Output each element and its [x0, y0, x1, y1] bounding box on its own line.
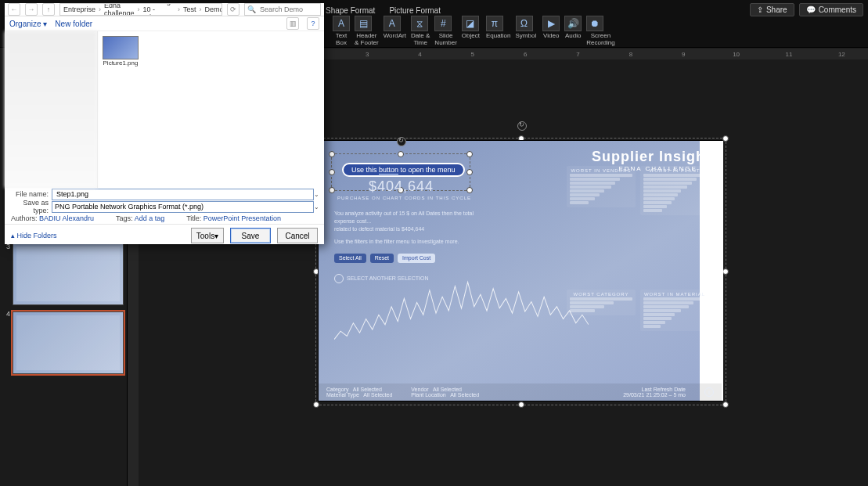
file-list[interactable]: Picture1.png — [98, 31, 324, 188]
pill-reset: Reset — [370, 254, 394, 263]
ribbon-group-symbols: πEquation ΩSymbol Symbols — [486, 16, 536, 46]
header-footer-icon[interactable]: ▤ — [355, 16, 372, 31]
nav-back-icon[interactable]: ← — [8, 3, 20, 16]
resize-handle[interactable] — [466, 151, 473, 157]
search-input[interactable]: 🔍 — [244, 3, 321, 16]
resize-handle[interactable] — [518, 401, 524, 408]
organize-menu[interactable]: Organize ▾ — [9, 20, 47, 28]
breadcrumb[interactable]: 01 - Entreprise DNA› Edna challenge› Cha… — [59, 3, 222, 16]
refresh-icon[interactable]: ⟳ — [227, 3, 240, 16]
rotate-handle-icon[interactable] — [397, 137, 406, 146]
nav-fwd-icon[interactable]: → — [25, 3, 38, 16]
title-label: Title: — [186, 214, 201, 222]
resize-handle[interactable] — [329, 169, 335, 175]
resize-handle[interactable] — [329, 151, 335, 157]
callout-bubble: Use this button to open the menu — [342, 163, 465, 177]
datetime-icon[interactable]: ⧖ — [411, 16, 428, 31]
video-icon[interactable]: ▶ — [542, 16, 560, 31]
tab-shape-format[interactable]: Shape Format — [324, 5, 376, 16]
resize-handle[interactable] — [722, 401, 729, 408]
slidenumber-icon[interactable]: # — [434, 16, 452, 31]
tools-menu[interactable]: Tools ▾ — [191, 228, 224, 243]
thumb-number: 4 — [6, 310, 10, 318]
nav-up-icon[interactable]: ↑ — [42, 3, 55, 16]
screenrec-icon[interactable]: ⏺ — [586, 16, 603, 31]
headline-value: $404,644 — [369, 178, 434, 195]
authors-link[interactable]: BADIU Alexandru — [39, 214, 94, 222]
save-button[interactable]: Save — [230, 228, 271, 243]
wordart-icon[interactable]: A — [384, 16, 401, 31]
info-text: You analyze activity out of 15 $ on All … — [334, 210, 491, 283]
filename-label: File name: — [9, 190, 49, 198]
info-icon: i — [704, 387, 714, 397]
tags-label: Tags: — [116, 214, 133, 222]
pill-import: Import Cost — [398, 254, 435, 263]
rotate-handle-icon[interactable] — [517, 121, 527, 131]
file-tile[interactable]: Picture1.png — [103, 36, 139, 67]
file-thumb-icon — [103, 36, 139, 59]
search-icon: 🔍 — [247, 5, 256, 13]
resize-handle[interactable] — [398, 151, 404, 157]
authors-label: Authors: — [11, 214, 38, 222]
panel-material: WORST IN MATERIAL — [640, 290, 709, 331]
file-name-label: Picture1.png — [103, 59, 139, 67]
symbol-icon[interactable]: Ω — [516, 16, 533, 31]
folder-tree[interactable] — [5, 31, 98, 188]
title-link[interactable]: PowerPoint Presentation — [203, 214, 281, 222]
tab-picture-format[interactable]: Picture Format — [387, 5, 442, 16]
slide-thumbnail-3[interactable] — [13, 243, 124, 305]
slide-thumbnail-4[interactable] — [13, 311, 124, 374]
slide-footer: Category All SelectedMaterial Type All S… — [319, 383, 722, 401]
cancel-button[interactable]: Cancel — [277, 228, 318, 243]
equation-icon[interactable]: π — [486, 16, 503, 31]
headline-subtitle: PURCHASE ON CHART CORDS IN THIS CYCLE — [337, 196, 471, 200]
ribbon-group-text: AText Box ▤Header & Footer AWordArt ⧖Dat… — [333, 16, 480, 46]
chevron-down-icon[interactable]: ⌄ — [314, 203, 319, 211]
hide-folders-link[interactable]: ▴ Hide Folders — [11, 232, 57, 239]
resize-handle[interactable] — [722, 135, 729, 142]
filename-input[interactable] — [52, 189, 314, 200]
pill-select-all: Select All — [334, 254, 366, 263]
textbox-icon[interactable]: A — [333, 16, 350, 31]
view-icon[interactable]: ▥ — [286, 17, 299, 30]
comment-icon: 💬 — [806, 5, 816, 14]
slide-content: Supplier Insight EDNA CHALLENGE 10 Use t… — [319, 141, 722, 401]
save-as-dialog: ← → ↑ 01 - Entreprise DNA› Edna challeng… — [5, 3, 324, 244]
panel-plants: WORST IN PLANT — [640, 166, 709, 215]
new-folder-button[interactable]: New folder — [55, 20, 92, 28]
resize-handle[interactable] — [329, 187, 335, 193]
line-chart — [334, 274, 589, 364]
resize-handle[interactable] — [466, 187, 473, 193]
object-icon[interactable]: ◪ — [462, 16, 479, 31]
chevron-down-icon[interactable]: ⌄ — [314, 191, 319, 198]
help-icon[interactable]: ? — [307, 17, 319, 30]
resize-handle[interactable] — [722, 268, 729, 275]
ribbon-group-media: ▶Video 🔊Audio ⏺Screen Recording Media — [542, 16, 614, 46]
panel-vendors: WORST IN VENDORS — [567, 166, 636, 207]
filetype-label: Save as type: — [9, 199, 49, 214]
audio-icon[interactable]: 🔊 — [564, 16, 582, 31]
resize-handle[interactable] — [313, 401, 319, 408]
comments-button[interactable]: 💬Comments — [799, 3, 863, 16]
dialog-address-bar: ← → ↑ 01 - Entreprise DNA› Edna challeng… — [5, 3, 324, 16]
resize-handle[interactable] — [466, 169, 473, 175]
tags-link[interactable]: Add a tag — [135, 214, 165, 222]
share-button[interactable]: ⇪Share — [750, 3, 794, 16]
share-icon: ⇪ — [757, 5, 763, 14]
filetype-select[interactable]: PNG Portable Network Graphics Format (*.… — [52, 201, 314, 213]
